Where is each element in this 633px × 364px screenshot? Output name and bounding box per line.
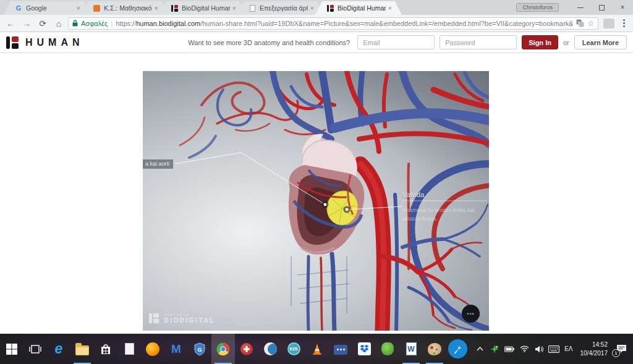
- signup-prompt: Want to see more 3D anatomy and health c…: [188, 39, 350, 46]
- tab-biodigital-1[interactable]: BioDigital Human: Explo ×: [159, 1, 246, 15]
- dropbox-icon: [358, 342, 371, 355]
- firefox-button[interactable]: [141, 334, 164, 364]
- or-label: or: [563, 39, 569, 46]
- page-favicon: [249, 4, 256, 12]
- language-indicator[interactable]: ΕΛ: [561, 345, 576, 352]
- profile-badge[interactable]: Christoforos: [516, 3, 559, 12]
- google-favicon: G: [15, 4, 22, 12]
- minimize-button[interactable]: [570, 1, 591, 14]
- k2s-button[interactable]: K2S: [282, 334, 305, 364]
- page-content: a kai aorti Valvida Anamesa se aristeri …: [0, 53, 633, 334]
- task-view-button[interactable]: [23, 334, 47, 364]
- biodigital-watermark-icon: [149, 313, 160, 324]
- tab-title: Επεξεργασία άρθρου ‹ Β: [260, 4, 308, 12]
- extension-icon[interactable]: [603, 19, 614, 28]
- word-button[interactable]: W: [399, 334, 423, 364]
- forward-icon[interactable]: →: [20, 17, 33, 30]
- malwarebytes-button[interactable]: M: [164, 334, 188, 364]
- biodigital-brand-label: BIODIGITAL: [164, 316, 215, 324]
- m-logo-icon: M: [171, 342, 181, 356]
- reload-icon[interactable]: ⟳: [36, 17, 49, 30]
- dropbox-button[interactable]: [352, 334, 376, 364]
- tab-close-icon[interactable]: ×: [77, 4, 80, 12]
- chat-dots-icon: [334, 345, 347, 355]
- back-icon[interactable]: ←: [4, 17, 17, 30]
- store-button[interactable]: [94, 334, 117, 364]
- browser-window: G Google × Κ.Σ.: Μαθησιακό αντικεί × Bio…: [0, 0, 633, 364]
- translate-icon[interactable]: a: [576, 19, 584, 27]
- browser-menu-icon[interactable]: [618, 19, 629, 27]
- word-icon: W: [406, 342, 417, 355]
- anatomy-3d-viewer[interactable]: a kai aorti Valvida Anamesa se aristeri …: [143, 71, 489, 331]
- vlc-button[interactable]: [305, 334, 329, 364]
- action-center-button[interactable]: 1: [612, 340, 631, 358]
- browser-toolbar: ← → ⟳ ⌂ Ασφαλές | https://human.biodigit…: [0, 15, 633, 32]
- windows-taskbar: e M G: [0, 334, 633, 364]
- shield-icon: G: [193, 342, 206, 356]
- red-cross-icon: [240, 343, 253, 355]
- moon-app-button[interactable]: [258, 334, 282, 364]
- hidden-icons-chevron[interactable]: [473, 340, 486, 358]
- crescent-icon: [264, 342, 277, 355]
- annotation-label-aorti[interactable]: a kai aorti: [143, 159, 173, 169]
- speaker-icon[interactable]: [532, 340, 546, 358]
- svg-text:G: G: [197, 346, 202, 352]
- wrench-icon: [453, 344, 463, 354]
- email-field[interactable]: [357, 35, 435, 49]
- logo-text: HUMAN: [25, 37, 84, 48]
- tab-title: BioDigital Human: Explo: [182, 4, 230, 12]
- tab-strip: G Google × Κ.Σ.: Μαθησιακό αντικεί × Bio…: [0, 0, 633, 15]
- learn-more-button[interactable]: Learn More: [574, 35, 627, 49]
- site-favicon: [93, 4, 100, 12]
- antivirus-shield-button[interactable]: G: [188, 334, 211, 364]
- sign-in-button[interactable]: Sign In: [522, 35, 558, 49]
- start-button[interactable]: [0, 334, 23, 364]
- maximize-button[interactable]: [591, 1, 612, 14]
- notepad-button[interactable]: [117, 334, 141, 364]
- wifi-icon[interactable]: [517, 340, 531, 358]
- human-logo[interactable]: HUMAN: [6, 36, 84, 49]
- biodigital-logo-icon: [6, 36, 20, 49]
- padlock-icon: [72, 20, 78, 27]
- power-battery-icon[interactable]: [503, 340, 516, 358]
- tray-tool-button[interactable]: [448, 339, 467, 358]
- green-app-button[interactable]: [376, 334, 399, 364]
- home-icon[interactable]: ⌂: [52, 17, 66, 30]
- tab-mathisiako[interactable]: Κ.Σ.: Μαθησιακό αντικεί ×: [82, 1, 168, 15]
- close-button[interactable]: ×: [612, 1, 633, 14]
- tab-google[interactable]: G Google ×: [4, 1, 90, 15]
- paint-app-button[interactable]: [423, 334, 446, 364]
- media-app-button[interactable]: [235, 334, 258, 364]
- file-explorer-button[interactable]: [70, 334, 94, 364]
- tab-close-icon[interactable]: ×: [155, 4, 158, 12]
- chrome-button[interactable]: [211, 334, 235, 364]
- tray-time: 14:52: [580, 341, 608, 349]
- edge-icon: e: [55, 342, 63, 356]
- annotation-body: Anamesa se aristeri koilia kai aristero …: [402, 206, 489, 223]
- touch-keyboard-icon[interactable]: [547, 340, 561, 358]
- tab-title: Google: [26, 4, 74, 12]
- tab-close-icon[interactable]: ×: [310, 4, 314, 12]
- password-field[interactable]: [440, 35, 517, 49]
- annotation-label-valvida[interactable]: Valvida Anamesa se aristeri koilia kai a…: [402, 191, 489, 223]
- edge-button[interactable]: e: [47, 334, 70, 364]
- biodigital-favicon: [326, 4, 334, 12]
- chat-app-button[interactable]: [329, 334, 352, 364]
- bookmark-star-icon[interactable]: ☆: [587, 19, 594, 28]
- green-creature-icon: [381, 342, 394, 355]
- tab-close-icon[interactable]: ×: [388, 4, 392, 12]
- viewer-more-button[interactable]: •••: [462, 305, 480, 323]
- site-header: HUMAN Want to see more 3D anatomy and he…: [0, 32, 633, 53]
- tab-epexergasia[interactable]: Επεξεργασία άρθρου ‹ Β ×: [237, 1, 324, 15]
- task-view-icon: [29, 344, 41, 354]
- sync-status-icon[interactable]: [488, 340, 501, 358]
- clock[interactable]: 14:52 10/4/2017: [576, 341, 613, 357]
- vlc-cone-icon: [311, 343, 323, 355]
- tab-biodigital-active[interactable]: BioDigital Human: Explo ×: [315, 1, 402, 15]
- chrome-icon: [216, 342, 230, 356]
- k2s-icon: K2S: [287, 342, 300, 355]
- tab-close-icon[interactable]: ×: [232, 4, 236, 12]
- biodigital-watermark: powered by BIODIGITAL: [149, 313, 215, 324]
- tab-title: Κ.Σ.: Μαθησιακό αντικεί: [104, 4, 152, 12]
- address-bar[interactable]: Ασφαλές | https://human.biodigital.com/h…: [68, 17, 598, 30]
